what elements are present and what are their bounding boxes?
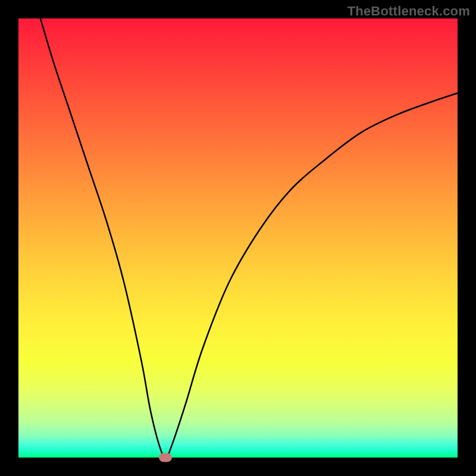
bottleneck-curve <box>18 18 458 458</box>
watermark-text: TheBottleneck.com <box>347 4 470 19</box>
minimum-marker <box>159 453 172 462</box>
chart-frame: TheBottleneck.com <box>0 0 476 476</box>
plot-area <box>18 18 458 458</box>
